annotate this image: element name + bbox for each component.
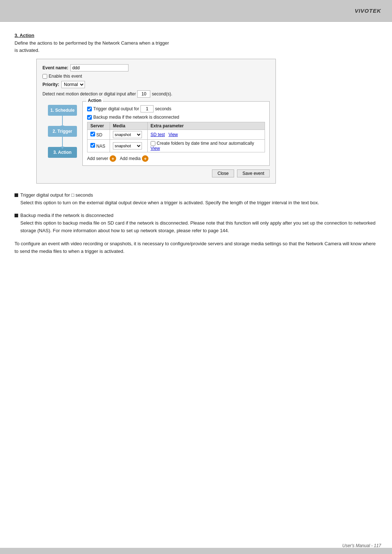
table-row: NAS snapshot Create folders by dat [87, 140, 265, 152]
main-content: 3. Action Define the actions to be perfo… [0, 22, 392, 548]
page-footer: User's Manual - 117 [342, 543, 381, 548]
event-name-row: Event name: [42, 64, 270, 71]
server-nas: NAS [87, 140, 110, 152]
bullet-title-1: Trigger digital output for □ seconds [20, 192, 93, 198]
dialog-footer: Close Save event [42, 169, 270, 177]
add-buttons-row: Add server + Add media + [87, 155, 265, 162]
bullet-body-1: Select this option to turn on the extern… [20, 199, 377, 207]
add-media-icon: + [142, 155, 148, 162]
trigger-output-row: Trigger digital output for seconds [87, 105, 265, 112]
trigger-output-suffix: seconds [155, 106, 171, 111]
nas-view-link[interactable]: View [151, 146, 160, 151]
save-event-button[interactable]: Save event [237, 169, 270, 177]
detect-input[interactable] [137, 90, 150, 98]
sd-media-select[interactable]: snapshot [113, 131, 142, 138]
bullet-title-2: Backup media if the network is disconnec… [20, 213, 114, 218]
col-extra: Extra parameter [147, 122, 265, 130]
brand-logo: VIVOTEK [355, 8, 381, 14]
detect-suffix: second(s). [152, 91, 172, 97]
backup-row: Backup media if the network is disconnec… [87, 115, 265, 120]
priority-select[interactable]: Normal [61, 81, 85, 88]
event-dialog: Event name: Enable this event Priority: … [36, 59, 276, 184]
arrow-2 [62, 137, 63, 147]
nas-media-select[interactable]: snapshot [113, 142, 142, 149]
bullet-icon-1 [15, 193, 18, 197]
action-legend: Action [86, 98, 103, 103]
sd-view-link[interactable]: View [168, 132, 178, 137]
sd-checkbox[interactable] [90, 132, 95, 136]
trigger-output-label: Trigger digital output for [93, 106, 139, 111]
steps-sidebar: 1. Schedule 2. Trigger 3. Action [42, 101, 82, 166]
bullet-heading-1: Trigger digital output for □ seconds [15, 192, 377, 198]
add-server-label: Add server [87, 156, 108, 161]
backup-checkbox[interactable] [87, 115, 92, 120]
bullet-body-2: Select this option to backup media file … [20, 219, 377, 235]
close-button[interactable]: Close [212, 169, 234, 177]
detect-prefix: Detect next motion detection or digital … [42, 91, 136, 97]
add-media-label: Add media [120, 156, 140, 161]
dialog-main: 1. Schedule 2. Trigger 3. Action Action … [42, 101, 270, 166]
event-name-label: Event name: [42, 65, 68, 70]
enable-checkbox[interactable] [42, 74, 47, 79]
add-media-button[interactable]: Add media + [120, 155, 148, 162]
trigger-output-checkbox[interactable] [87, 107, 92, 111]
nas-folders-checkbox[interactable] [151, 141, 155, 146]
extra-sd: SD test View [147, 130, 265, 140]
trigger-output-input[interactable] [140, 105, 154, 112]
add-server-icon: + [110, 155, 116, 162]
sd-test-link[interactable]: SD test [151, 132, 165, 137]
arrow-1 [62, 116, 63, 126]
section-heading: 3. Action [15, 33, 377, 38]
enable-label: Enable this event [49, 74, 82, 79]
server-sd: SD [87, 130, 110, 140]
header: VIVOTEK [0, 0, 392, 22]
nas-folders-label: Create folders by date time and hour aut… [157, 141, 254, 146]
table-row: SD snapshot SD test View [87, 130, 265, 140]
bullet-section-1: Trigger digital output for □ seconds Sel… [15, 192, 377, 207]
step-schedule[interactable]: 1. Schedule [48, 105, 77, 116]
col-media: Media [110, 122, 148, 130]
media-table: Server Media Extra parameter SD [87, 122, 265, 152]
extra-nas: Create folders by date time and hour aut… [147, 140, 265, 152]
priority-label: Priority: [42, 82, 59, 87]
media-sd: snapshot [110, 130, 148, 140]
add-server-button[interactable]: Add server + [87, 155, 116, 162]
event-name-input[interactable] [70, 64, 128, 71]
bullet-icon-2 [15, 214, 18, 217]
detect-row: Detect next motion detection or digital … [42, 90, 270, 98]
main-paragraph: To configure an event with video recordi… [15, 240, 377, 255]
nas-checkbox[interactable] [90, 143, 95, 148]
bullet-heading-2: Backup media if the network is disconnec… [15, 213, 377, 218]
backup-label: Backup media if the network is disconnec… [93, 115, 179, 120]
col-server: Server [87, 122, 110, 130]
section-description: Define the actions to be performed by th… [15, 40, 377, 54]
media-nas: snapshot [110, 140, 148, 152]
bullet-section-2: Backup media if the network is disconnec… [15, 213, 377, 235]
priority-row: Priority: Normal [42, 81, 270, 88]
action-panel: Action Trigger digital output for second… [82, 101, 270, 166]
enable-row: Enable this event [42, 74, 270, 79]
